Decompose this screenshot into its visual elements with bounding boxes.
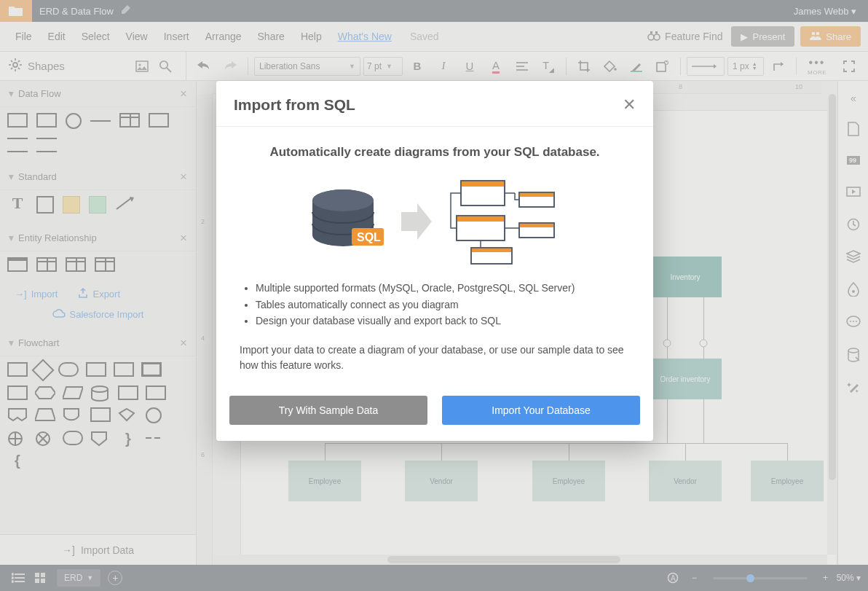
import-database-button[interactable]: Import Your Database bbox=[442, 396, 640, 425]
dialog-subtitle: Automatically create diagrams from your … bbox=[240, 143, 630, 162]
dialog-illustration: SQL bbox=[240, 178, 630, 265]
svg-rect-79 bbox=[457, 216, 505, 222]
import-sql-dialog: Import from SQL ✕ Automatically create d… bbox=[216, 81, 653, 441]
dialog-description: Import your data to create a diagram of … bbox=[240, 343, 630, 374]
close-icon[interactable]: ✕ bbox=[623, 95, 636, 114]
svg-point-69 bbox=[312, 189, 374, 211]
svg-rect-73 bbox=[461, 181, 505, 187]
try-sample-button[interactable]: Try With Sample Data bbox=[229, 396, 427, 425]
dialog-title: Import from SQL bbox=[234, 96, 623, 114]
svg-text:SQL: SQL bbox=[357, 231, 381, 243]
svg-rect-76 bbox=[519, 192, 554, 197]
svg-rect-85 bbox=[471, 248, 512, 252]
feature-list: Multiple supported formats (MySQL, Oracl… bbox=[242, 280, 630, 329]
svg-rect-82 bbox=[519, 223, 554, 227]
